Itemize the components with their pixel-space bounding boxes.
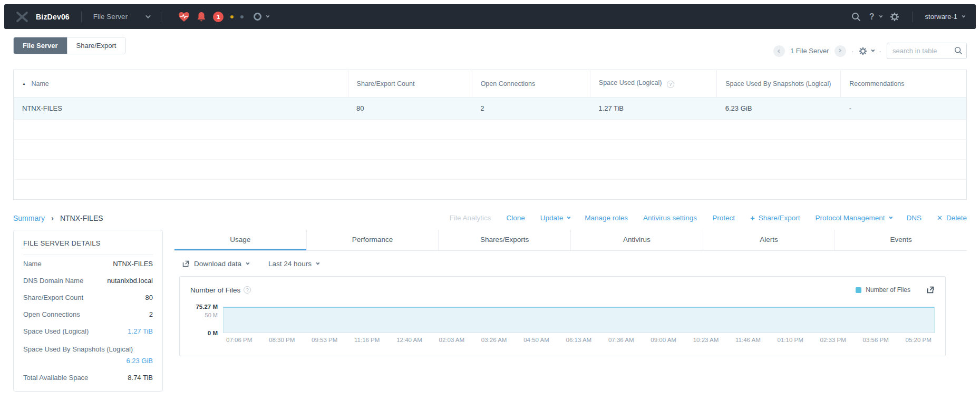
x-axis-label: 03:56 PM bbox=[863, 337, 889, 343]
manage-roles-link[interactable]: Manage roles bbox=[585, 214, 628, 222]
tab-file-server[interactable]: File Server bbox=[14, 37, 67, 54]
dns-link[interactable]: DNS bbox=[907, 214, 922, 222]
antivirus-settings-link[interactable]: Antivirus settings bbox=[643, 214, 697, 222]
table-row-ntnx-files[interactable]: NTNX-FILES 80 2 1.27 TiB 6.23 GiB - bbox=[14, 97, 967, 120]
x-axis-label: 02:33 PM bbox=[820, 337, 846, 343]
divider bbox=[912, 12, 913, 22]
column-header-open-connections[interactable]: Open Connections bbox=[472, 70, 590, 97]
x-axis-label: 03:26 AM bbox=[481, 337, 507, 343]
cell-open-connections: 2 bbox=[472, 97, 590, 120]
x-axis-label: 11:16 PM bbox=[354, 337, 380, 343]
number-of-files-chart-card: Number of Files ? Number of Files bbox=[179, 276, 946, 356]
tab-events[interactable]: Events bbox=[835, 230, 967, 250]
tab-shares-exports[interactable]: Shares/Exports bbox=[438, 230, 570, 250]
chevron-down-icon bbox=[962, 14, 965, 18]
cluster-name: BizDev06 bbox=[36, 13, 70, 21]
detail-row-total-available-space: Total Available Space 8.74 TiB bbox=[23, 369, 153, 386]
legend-label: Number of Files bbox=[866, 286, 910, 294]
view-tab-group: File Server Share/Export bbox=[13, 37, 125, 54]
info-dot-icon[interactable] bbox=[240, 15, 244, 18]
gear-icon bbox=[859, 47, 867, 55]
update-dropdown[interactable]: Update bbox=[540, 214, 570, 222]
tab-alerts[interactable]: Alerts bbox=[703, 230, 835, 250]
detail-tab-bar: Usage Performance Shares/Exports Antivir… bbox=[174, 230, 967, 251]
plus-icon: + bbox=[750, 213, 755, 222]
context-menu-dropdown[interactable]: File Server bbox=[93, 13, 149, 21]
breadcrumb-current: NTNX-FILES bbox=[60, 214, 103, 222]
export-icon bbox=[182, 260, 190, 268]
clone-link[interactable]: Clone bbox=[506, 214, 525, 222]
user-menu[interactable]: storware-1 bbox=[925, 13, 964, 21]
y-tick-max: 75.27 M bbox=[196, 304, 218, 310]
empty-table-row bbox=[14, 120, 967, 140]
x-axis-label: 06:13 AM bbox=[566, 337, 592, 343]
separator-dot: · bbox=[879, 47, 881, 55]
empty-table-row bbox=[14, 140, 967, 160]
file-server-details-panel: FILE SERVER DETAILS Name NTNX-FILES DNS … bbox=[13, 230, 163, 392]
table-header-row: ▲ Name Share/Export Count Open Connectio… bbox=[14, 70, 967, 97]
table-settings-menu[interactable] bbox=[859, 47, 874, 55]
health-heart-icon[interactable] bbox=[178, 12, 190, 22]
x-axis-label: 07:06 PM bbox=[226, 337, 252, 343]
divider bbox=[81, 12, 82, 22]
detail-row-share-export-count: Share/Export Count 80 bbox=[23, 289, 153, 306]
file-analytics-link: File Analytics bbox=[450, 214, 491, 222]
download-data-dropdown[interactable]: Download data bbox=[182, 260, 248, 268]
top-navigation-bar: BizDev06 File Server 1 ? bbox=[4, 4, 976, 29]
alert-count-badge[interactable]: 1 bbox=[213, 12, 224, 22]
tasks-menu[interactable] bbox=[254, 13, 268, 21]
detail-row-dns-domain: DNS Domain Name nutanixbd.local bbox=[23, 272, 153, 289]
tab-share-export[interactable]: Share/Export bbox=[67, 37, 125, 54]
x-axis-label: 09:00 AM bbox=[651, 337, 676, 343]
help-menu[interactable]: ? bbox=[869, 12, 881, 22]
detail-row-open-connections: Open Connections 2 bbox=[23, 306, 153, 323]
detail-row-space-used: Space Used (Logical) 1.27 TiB bbox=[23, 323, 153, 339]
time-range-dropdown[interactable]: Last 24 hours bbox=[268, 260, 318, 268]
entity-count-label: 1 File Server bbox=[790, 47, 829, 55]
chevron-down-icon bbox=[145, 13, 151, 18]
space-used-link[interactable]: 1.27 TiB bbox=[128, 327, 153, 335]
x-axis-label: 09:53 PM bbox=[312, 337, 337, 343]
protocol-management-dropdown[interactable]: Protocol Management bbox=[815, 214, 891, 222]
column-header-name[interactable]: ▲ Name bbox=[14, 70, 348, 97]
chevron-down-icon bbox=[871, 48, 875, 52]
search-icon[interactable] bbox=[851, 12, 861, 22]
protect-link[interactable]: Protect bbox=[712, 214, 735, 222]
column-header-space-used[interactable]: Space Used (Logical) ? bbox=[590, 70, 716, 97]
expand-chart-icon[interactable] bbox=[926, 286, 935, 294]
help-icon[interactable]: ? bbox=[667, 81, 674, 88]
x-icon: ✕ bbox=[937, 214, 943, 222]
cell-share-export-count: 80 bbox=[348, 97, 472, 120]
tab-performance[interactable]: Performance bbox=[306, 230, 439, 250]
column-header-recommendations[interactable]: Recommendations bbox=[841, 70, 967, 97]
user-name: storware-1 bbox=[925, 13, 957, 21]
x-axis-label: 01:10 PM bbox=[778, 337, 803, 343]
space-used-snapshots-link[interactable]: 6.23 GiB bbox=[23, 357, 153, 365]
breadcrumb-summary-link[interactable]: Summary bbox=[13, 214, 45, 222]
next-page-button[interactable] bbox=[835, 45, 846, 57]
x-axis: 07:06 PM 08:30 PM 09:53 PM 11:16 PM 12:4… bbox=[223, 337, 935, 343]
x-axis-label: 11:46 AM bbox=[735, 337, 761, 343]
chevron-left-icon bbox=[778, 50, 781, 53]
y-axis: 75.27 M 50 M 0 M bbox=[190, 307, 223, 333]
settings-gear-icon[interactable] bbox=[890, 12, 899, 22]
alerts-bell-icon[interactable] bbox=[197, 12, 206, 22]
area-series-number-of-files[interactable] bbox=[223, 307, 935, 333]
delete-link[interactable]: ✕ Delete bbox=[937, 214, 967, 222]
add-share-export-link[interactable]: + Share/Export bbox=[750, 213, 800, 222]
cell-name[interactable]: NTNX-FILES bbox=[14, 97, 348, 120]
previous-page-button[interactable] bbox=[773, 45, 785, 57]
warning-dot-icon[interactable] bbox=[230, 15, 234, 18]
search-icon[interactable] bbox=[954, 46, 963, 55]
tab-antivirus[interactable]: Antivirus bbox=[570, 230, 703, 250]
chevron-down-icon bbox=[266, 14, 270, 18]
sort-ascending-icon: ▲ bbox=[22, 82, 26, 85]
breadcrumb-chevron-icon: › bbox=[51, 213, 54, 222]
tab-usage[interactable]: Usage bbox=[174, 230, 306, 250]
column-header-share-export-count[interactable]: Share/Export Count bbox=[348, 70, 472, 97]
x-axis-label: 08:30 PM bbox=[269, 337, 295, 343]
column-header-space-used-snapshots[interactable]: Space Used By Snapshots (Logical) bbox=[717, 70, 841, 97]
nutanix-x-logo-icon[interactable] bbox=[16, 11, 28, 23]
action-links: File Analytics Clone Update Manage roles… bbox=[450, 213, 967, 222]
help-icon[interactable]: ? bbox=[244, 286, 251, 294]
